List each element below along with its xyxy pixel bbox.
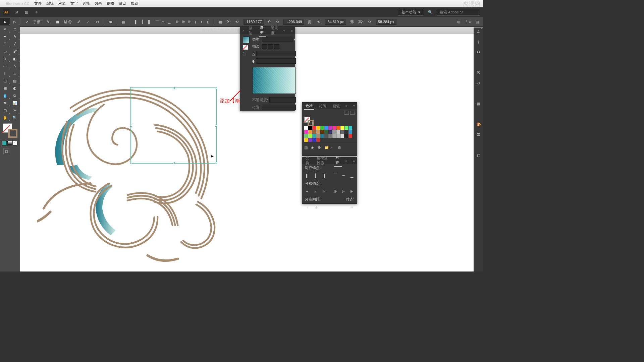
symbol-sprayer-tool[interactable]: ✵ — [0, 99, 10, 107]
menu-view[interactable]: 视图 — [107, 1, 114, 6]
swatch-cell[interactable] — [304, 134, 308, 138]
constrain-icon[interactable]: ⛓ — [350, 19, 355, 24]
x-link-icon[interactable]: ⟲ — [234, 19, 240, 25]
swatch-grid[interactable] — [302, 125, 357, 142]
menu-help[interactable]: 帮助 — [131, 1, 138, 6]
pin-icon[interactable]: ⊞ — [455, 19, 462, 25]
rotate-tool[interactable]: ⤺ — [0, 62, 10, 70]
menu-effect[interactable]: 效果 — [95, 1, 102, 6]
swatch-cell[interactable] — [312, 134, 316, 138]
swatch-cell[interactable] — [328, 130, 332, 134]
swatch-cell[interactable] — [348, 126, 352, 130]
align-hcenter-icon[interactable]: ┃ — [313, 173, 318, 178]
align-vcenter-icon[interactable]: ━ — [160, 19, 166, 25]
gradient-slider[interactable] — [252, 67, 296, 94]
graph-tool[interactable]: 📊 — [10, 99, 20, 107]
tab-pathfinder[interactable]: 路径查找器 — [315, 155, 331, 166]
transform-panel-icon[interactable]: ▦ — [218, 19, 224, 25]
hand-tool[interactable]: ✋ — [0, 114, 10, 121]
panel-menu-icon[interactable]: ≡ — [353, 159, 355, 163]
angle-input[interactable] — [256, 51, 296, 56]
draw-mode-icon[interactable]: ◻ — [3, 148, 9, 154]
y-input[interactable]: -296.049 — [283, 19, 304, 25]
line-tool[interactable]: ╱ — [10, 40, 20, 48]
tab-transparency[interactable]: 透明度 — [270, 25, 280, 36]
align-right-icon[interactable]: ▐ — [146, 19, 151, 25]
dock-glyphs-icon[interactable]: O — [476, 49, 482, 55]
swatch-cell[interactable] — [308, 134, 312, 138]
swatch-cell[interactable] — [348, 130, 352, 134]
swatch-cell[interactable] — [336, 126, 340, 130]
swatch-cell[interactable] — [308, 126, 312, 130]
panel-menu-icon[interactable]: ≡ — [291, 28, 293, 33]
eraser-tool[interactable]: ◧ — [10, 55, 20, 62]
free-transform-tool[interactable]: ▱ — [10, 70, 20, 77]
dist-v2-icon[interactable]: ⫾ — [199, 19, 205, 25]
paintbrush-tool[interactable]: 🖌 — [10, 48, 20, 55]
scale-tool[interactable]: ⤡ — [10, 62, 20, 70]
swatch-cell[interactable] — [316, 130, 320, 134]
curvature-tool[interactable]: ✎ — [10, 33, 20, 40]
swatch-cell[interactable] — [332, 126, 336, 130]
swatch-cell[interactable] — [340, 126, 344, 130]
swatch-cell[interactable] — [328, 126, 332, 130]
swatch-cell[interactable] — [328, 134, 332, 138]
stroke-grad-3-icon[interactable] — [274, 44, 279, 49]
dist-vspace-icon[interactable]: ⫞ — [305, 204, 310, 210]
width-tool[interactable]: ⫴ — [0, 70, 10, 77]
grid-view-icon[interactable] — [350, 111, 355, 115]
align-top-icon[interactable]: ▔ — [154, 19, 160, 25]
swatch-cell[interactable] — [304, 138, 308, 142]
swatch-cell[interactable] — [332, 130, 336, 134]
swatch-cell[interactable] — [324, 126, 328, 130]
dist-h1-icon[interactable]: ⊪ — [175, 19, 180, 25]
aspect-input[interactable] — [256, 58, 296, 64]
pen-tool[interactable]: ✒ — [0, 33, 10, 40]
dist-bottom-icon[interactable]: ⫡ — [321, 189, 326, 194]
align-to-dropdown[interactable]: ▫▾ — [349, 204, 354, 210]
swatch-kind-icon[interactable]: ◈ — [311, 145, 316, 149]
anchor-connect-icon[interactable]: ⟋ — [85, 19, 91, 25]
w-link-icon[interactable]: ⟲ — [316, 19, 322, 25]
swatch-cell[interactable] — [344, 126, 348, 130]
close-panel-icon[interactable]: × — [242, 28, 244, 33]
menu-window[interactable]: 窗口 — [119, 1, 126, 6]
swatch-cell[interactable] — [312, 138, 316, 142]
dist-hcenter-icon[interactable]: ⊫ — [341, 189, 346, 194]
anchor-remove-icon[interactable]: ✐ — [75, 19, 82, 25]
artboard-tool[interactable]: ▢ — [0, 107, 10, 114]
swatch-cell[interactable] — [324, 134, 328, 138]
delete-swatch-icon[interactable]: 🗑 — [338, 145, 342, 149]
swatch-opts-icon[interactable]: ⚙ — [318, 145, 322, 149]
none-swatch[interactable] — [243, 45, 248, 50]
dist-top-icon[interactable]: ⫟ — [305, 189, 310, 194]
dist-right-icon[interactable]: ⊩ — [350, 189, 355, 194]
fill-stroke-swatch[interactable] — [3, 123, 17, 138]
handle-cut-icon[interactable]: ◼ — [54, 19, 60, 25]
menu-object[interactable]: 对象 — [58, 1, 66, 6]
swatch-cell[interactable] — [348, 134, 352, 138]
dock-color-icon[interactable]: 🎨 — [476, 121, 482, 127]
swatch-cell[interactable] — [320, 134, 324, 138]
gradient-tool[interactable]: ◐ — [10, 84, 20, 92]
gradient-type-dropdown[interactable] — [262, 37, 292, 42]
align-vcenter-icon[interactable]: ━ — [341, 173, 346, 178]
tab-swatches[interactable]: 色板 — [304, 103, 314, 110]
align-left-icon[interactable]: ▌ — [305, 173, 310, 178]
h-input[interactable]: 58.284 px — [376, 19, 396, 25]
menu-edit[interactable]: 编辑 — [46, 1, 54, 6]
collapse-icon[interactable]: » — [345, 159, 347, 163]
swatch-cell[interactable] — [320, 126, 324, 130]
swatch-cell[interactable] — [324, 130, 328, 134]
app-name[interactable]: Illustrator CC — [6, 2, 30, 6]
gpu-icon[interactable]: ✈ — [34, 9, 40, 15]
swatch-cell[interactable] — [336, 134, 340, 138]
swatch-cell[interactable] — [336, 130, 340, 134]
stock-icon[interactable]: St — [13, 9, 19, 15]
swatch-cell[interactable] — [308, 130, 312, 134]
collapse-icon[interactable]: » — [345, 104, 347, 108]
swatch-cell[interactable] — [308, 138, 312, 142]
swatch-cell[interactable] — [340, 130, 344, 134]
menu-type[interactable]: 文字 — [70, 1, 78, 6]
list-view-icon[interactable] — [344, 111, 349, 115]
